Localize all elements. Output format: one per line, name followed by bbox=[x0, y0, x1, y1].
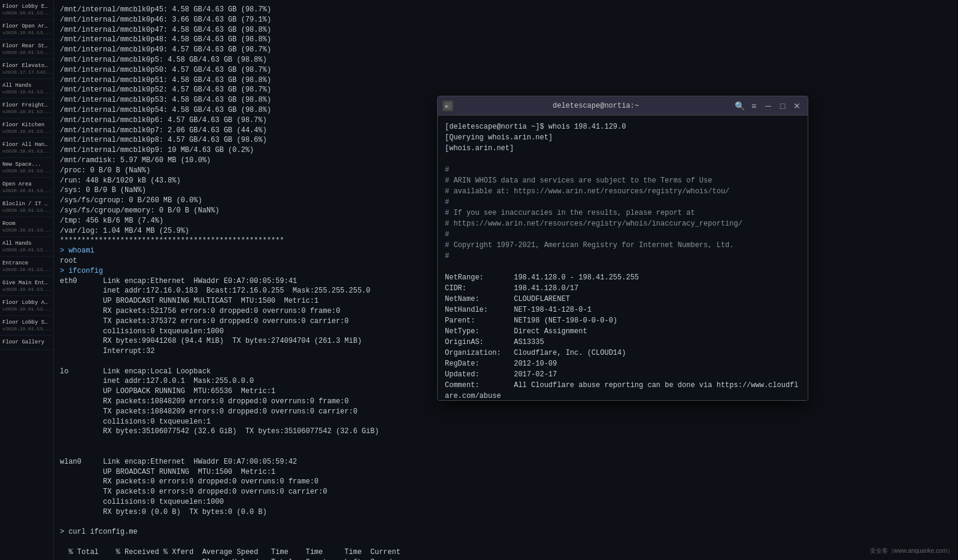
sidebar-item[interactable]: Floor Elevator L... v2020.17.17.542... bbox=[0, 59, 53, 79]
terminal-body[interactable]: [deletescape@nortia ~]$ whois 198.41.129… bbox=[438, 115, 808, 400]
sidebar-item[interactable]: Floor Freight El... v2020.10.01.53... bbox=[0, 99, 53, 118]
sidebar-item[interactable]: Floor Lobby Entr... v2020.10.01.53... bbox=[0, 0, 53, 20]
search-button[interactable]: 🔍 bbox=[733, 101, 745, 111]
sidebar-item[interactable]: New Space... v2020.10.01.53... bbox=[0, 158, 53, 178]
sidebar-item[interactable]: Room v2020.10.01.53... bbox=[0, 217, 53, 237]
sidebar-item[interactable]: All Hands v2020.10.01.53... bbox=[0, 237, 53, 257]
sidebar-item[interactable]: Floor Lobby Are... v2020.10.01.53... bbox=[0, 296, 53, 316]
close-button[interactable]: ✕ bbox=[791, 101, 803, 111]
watermark: 安全客（www.anquanke.com） bbox=[870, 547, 954, 555]
terminal-title: deletescape@nortia:~ bbox=[458, 102, 733, 110]
terminal-titlebar: ▶ deletescape@nortia:~ 🔍 ≡ ─ □ ✕ bbox=[438, 96, 808, 115]
sidebar-item[interactable]: Floor Open Are... v2020.10.01.53... bbox=[0, 20, 53, 39]
minimize-button[interactable]: ─ bbox=[762, 101, 774, 111]
main-terminal-area: /mnt/internal/mmcblk0p45: 4.58 GB/4.63 G… bbox=[54, 0, 958, 560]
maximize-button[interactable]: □ bbox=[777, 101, 789, 111]
menu-button[interactable]: ≡ bbox=[748, 101, 760, 111]
terminal-icon: ▶ bbox=[442, 101, 453, 111]
sidebar-item[interactable]: Floor All Hands... v2020.10.01.53... bbox=[0, 138, 53, 158]
sidebar: Floor Lobby Entr... v2020.10.01.53... Fl… bbox=[0, 0, 54, 560]
sidebar-item[interactable]: All Hands v2020.10.01.53... bbox=[0, 79, 53, 99]
svg-text:▶: ▶ bbox=[445, 104, 448, 109]
sidebar-item[interactable]: Floor Rear Stai... v2020.10.01.53... bbox=[0, 39, 53, 59]
sidebar-item[interactable]: Give Main Entr... v2020.10.01.53... bbox=[0, 276, 53, 296]
sidebar-item[interactable]: Floor Lobby Sta... v2020.10.01.53... bbox=[0, 316, 53, 336]
sidebar-item[interactable]: Floor Gallery bbox=[0, 336, 53, 350]
sidebar-item[interactable]: Floor Kitchen v2020.10.01.53... bbox=[0, 118, 53, 138]
sidebar-item[interactable]: Bloclin / IT Ro... v2020.10.01.53... bbox=[0, 197, 53, 217]
floating-terminal-window: ▶ deletescape@nortia:~ 🔍 ≡ ─ □ ✕ [delete… bbox=[437, 96, 808, 401]
sidebar-item[interactable]: Entrance v2020.10.01.53... bbox=[0, 257, 53, 276]
titlebar-buttons: 🔍 ≡ ─ □ ✕ bbox=[733, 101, 803, 111]
sidebar-item[interactable]: Open Area v2020.10.01.53... bbox=[0, 178, 53, 197]
